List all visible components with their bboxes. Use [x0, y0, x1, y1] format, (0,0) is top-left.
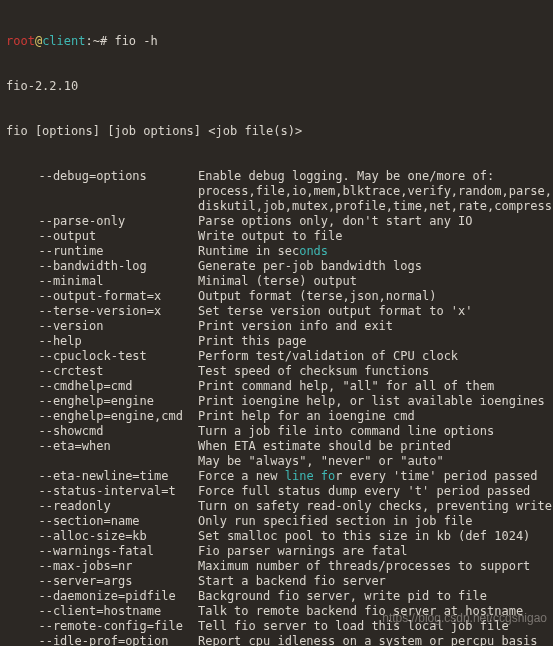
option-row: --section=nameOnly run specified section… — [6, 514, 547, 529]
option-desc: Turn a job file into command line option… — [198, 424, 494, 439]
option-row: --terse-version=xSet terse version outpu… — [6, 304, 547, 319]
option-flag: --crctest — [6, 364, 198, 379]
option-desc: Report cpu idleness on a system or percp… — [198, 634, 538, 646]
option-desc: Minimal (terse) output — [198, 274, 357, 289]
option-flag: --daemonize=pidfile — [6, 589, 198, 604]
option-flag: --version — [6, 319, 198, 334]
option-row: --parse-onlyParse options only, don't st… — [6, 214, 547, 229]
option-flag: --help — [6, 334, 198, 349]
option-desc: Enable debug logging. May be one/more of… — [198, 169, 494, 184]
option-desc: Print this page — [198, 334, 306, 349]
option-desc: Set smalloc pool to this size in kb (def… — [198, 529, 530, 544]
option-continuation: diskutil,job,mutex,profile,time,net,rate… — [6, 199, 547, 214]
option-flag: --eta=when — [6, 439, 198, 454]
option-row: --showcmdTurn a job file into command li… — [6, 424, 547, 439]
option-row: --output-format=xOutput format (terse,js… — [6, 289, 547, 304]
option-desc: Start a backend fio server — [198, 574, 386, 589]
option-flag: --status-interval=t — [6, 484, 198, 499]
option-flag: --section=name — [6, 514, 198, 529]
option-row: --helpPrint this page — [6, 334, 547, 349]
option-flag: --bandwidth-log — [6, 259, 198, 274]
option-desc: Parse options only, don't start any IO — [198, 214, 473, 229]
option-desc: Write output to file — [198, 229, 343, 244]
version-line: fio-2.2.10 — [6, 79, 547, 94]
option-row: --debug=optionsEnable debug logging. May… — [6, 169, 547, 184]
option-flag: --remote-config=file — [6, 619, 198, 634]
option-flag: --enghelp=engine,cmd — [6, 409, 198, 424]
option-desc: When ETA estimate should be printed — [198, 439, 451, 454]
option-desc: Test speed of checksum functions — [198, 364, 429, 379]
option-flag: --output — [6, 229, 198, 244]
option-flag: --server=args — [6, 574, 198, 589]
option-desc: Set terse version output format to 'x' — [198, 304, 473, 319]
option-row: --daemonize=pidfileBackground fio server… — [6, 589, 547, 604]
option-row: --minimalMinimal (terse) output — [6, 274, 547, 289]
option-row: --enghelp=engine,cmdPrint help for an io… — [6, 409, 547, 424]
option-flag: --runtime — [6, 244, 198, 259]
option-flag: --debug=options — [6, 169, 198, 184]
option-row: --runtimeRuntime in seconds — [6, 244, 547, 259]
option-flag: --enghelp=engine — [6, 394, 198, 409]
option-desc: Print ioengine help, or list available i… — [198, 394, 545, 409]
option-row: --alloc-size=kbSet smalloc pool to this … — [6, 529, 547, 544]
option-flag: --client=hostname — [6, 604, 198, 619]
option-desc: Force full status dump every 't' period … — [198, 484, 530, 499]
option-desc: Perform test/validation of CPU clock — [198, 349, 458, 364]
option-row: --readonlyTurn on safety read-only check… — [6, 499, 547, 514]
option-flag: --idle-prof=option — [6, 634, 198, 646]
option-row: --cmdhelp=cmdPrint command help, "all" f… — [6, 379, 547, 394]
watermark: https://blog.csdn.net/ccgshigao — [382, 611, 547, 626]
command: fio -h — [114, 34, 157, 48]
option-desc: Turn on safety read-only checks, prevent… — [198, 499, 553, 514]
terminal-output: root@client:~# fio -h fio-2.2.10 fio [op… — [0, 0, 553, 646]
option-row: --eta=whenWhen ETA estimate should be pr… — [6, 439, 547, 454]
option-row: --bandwidth-logGenerate per-job bandwidt… — [6, 259, 547, 274]
prompt-host: client — [42, 34, 85, 48]
option-row: --cpuclock-testPerform test/validation o… — [6, 349, 547, 364]
option-row: --idle-prof=optionReport cpu idleness on… — [6, 634, 547, 646]
option-flag: --cmdhelp=cmd — [6, 379, 198, 394]
option-desc: Output format (terse,json,normal) — [198, 289, 436, 304]
option-row: --crctestTest speed of checksum function… — [6, 364, 547, 379]
option-flag: --readonly — [6, 499, 198, 514]
option-desc: Print version info and exit — [198, 319, 393, 334]
option-flag: --terse-version=x — [6, 304, 198, 319]
option-flag: --eta-newline=time — [6, 469, 198, 484]
option-flag: --warnings-fatal — [6, 544, 198, 559]
option-desc: Fio parser warnings are fatal — [198, 544, 408, 559]
option-desc: Print help for an ioengine cmd — [198, 409, 415, 424]
option-desc: Background fio server, write pid to file — [198, 589, 487, 604]
option-row: --versionPrint version info and exit — [6, 319, 547, 334]
prompt-sep: :~# — [86, 34, 115, 48]
option-row: --enghelp=enginePrint ioengine help, or … — [6, 394, 547, 409]
prompt-line[interactable]: root@client:~# fio -h — [6, 34, 547, 49]
option-row: --eta-newline=timeForce a new line for e… — [6, 469, 547, 484]
option-desc: Maximum number of threads/processes to s… — [198, 559, 530, 574]
option-flag: --max-jobs=nr — [6, 559, 198, 574]
option-desc: Generate per-job bandwidth logs — [198, 259, 422, 274]
option-row: --max-jobs=nrMaximum number of threads/p… — [6, 559, 547, 574]
option-continuation: May be "always", "never" or "auto" — [6, 454, 547, 469]
option-desc: Print command help, "all" for all of the… — [198, 379, 494, 394]
option-row: --warnings-fatalFio parser warnings are … — [6, 544, 547, 559]
option-row: --server=argsStart a backend fio server — [6, 574, 547, 589]
option-flag: --alloc-size=kb — [6, 529, 198, 544]
prompt-user: root — [6, 34, 35, 48]
option-desc: Runtime in seconds — [198, 244, 328, 259]
option-row: --outputWrite output to file — [6, 229, 547, 244]
option-continuation: process,file,io,mem,blktrace,verify,rand… — [6, 184, 547, 199]
option-flag: --minimal — [6, 274, 198, 289]
option-flag: --parse-only — [6, 214, 198, 229]
option-desc: Only run specified section in job file — [198, 514, 473, 529]
usage-line: fio [options] [job options] <job file(s)… — [6, 124, 547, 139]
option-desc: Force a new line for every 'time' period… — [198, 469, 538, 484]
option-flag: --output-format=x — [6, 289, 198, 304]
option-flag: --cpuclock-test — [6, 349, 198, 364]
option-row: --status-interval=tForce full status dum… — [6, 484, 547, 499]
option-flag: --showcmd — [6, 424, 198, 439]
